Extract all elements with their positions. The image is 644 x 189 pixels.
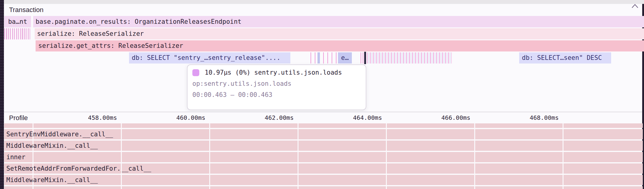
time-gridline	[209, 123, 210, 189]
frame-label: MiddlewareMixin.__call__	[4, 175, 643, 185]
tooltip-summary: 10.97μs (0%) sentry.utils.json.loads	[205, 69, 342, 76]
transaction-section-header[interactable]: Transaction	[4, 4, 642, 16]
span-bar-striped[interactable]	[4, 28, 30, 39]
flame-frame[interactable]: MiddlewareMixin.__call__	[4, 175, 643, 185]
flame-frame[interactable]: SentryEnvMiddleware.__call__	[4, 129, 643, 139]
flame-frame[interactable]: inner	[4, 152, 643, 162]
transaction-title: Transaction	[9, 4, 43, 16]
time-gridline	[298, 123, 298, 189]
time-axis-tick: 458.00ms	[78, 112, 117, 123]
frame-label: SetRemoteAddrFromForwardedFor.__call__	[4, 163, 643, 174]
time-axis-tick: 460.00ms	[166, 112, 205, 123]
time-gridline	[563, 123, 564, 189]
micro-span-ticks[interactable]	[367, 52, 452, 64]
profile-title: Profile	[9, 112, 28, 123]
tooltip-time-range: 00:00.463 — 00:00.463	[192, 91, 361, 98]
time-gridline	[33, 123, 33, 189]
frame-label: inner	[4, 152, 643, 162]
flame-frame-partial[interactable]	[4, 186, 643, 189]
flame-frame-partial[interactable]	[4, 123, 643, 128]
flame-frame[interactable]: MiddlewareMixin.__call__	[4, 141, 643, 151]
profiling-trace-view: Transaction ba…nt base.paginate.on_resul…	[0, 0, 644, 189]
time-axis-tick: 462.00ms	[254, 112, 294, 123]
micro-span-tick[interactable]	[361, 52, 361, 64]
span-bar-db-select-desc[interactable]: db: SELECT…seen" DESC	[519, 52, 611, 64]
flame-frame[interactable]: SetRemoteAddrFromForwardedFor.__call__	[4, 163, 643, 174]
span-bar-endpoint[interactable]: base.paginate.on_results: OrganizationRe…	[33, 16, 644, 27]
span-bar-get-attrs[interactable]: serialize.get_attrs: ReleaseSerializer	[36, 40, 644, 51]
time-gridline	[386, 123, 387, 189]
tooltip-op: op:sentry.utils.json.loads	[192, 80, 361, 87]
span-bar-db-select[interactable]: db: SELECT "sentry_…sentry_release"....	[129, 52, 290, 64]
selected-span-marker[interactable]	[364, 52, 366, 64]
micro-span-ticks[interactable]	[311, 52, 337, 64]
frame-label: MiddlewareMixin.__call__	[4, 141, 643, 151]
top-bar	[4, 0, 644, 4]
chevron-up-icon[interactable]	[632, 4, 638, 8]
micro-span-bar[interactable]	[317, 52, 320, 64]
time-gridline	[121, 123, 122, 189]
left-edge-panel	[0, 0, 4, 189]
span-color-swatch	[192, 69, 199, 76]
time-axis-tick: 464.00ms	[343, 112, 382, 123]
span-bar-serialize[interactable]: serialize: ReleaseSerializer	[35, 28, 644, 39]
span-tooltip: 10.97μs (0%) sentry.utils.json.loads op:…	[187, 64, 366, 110]
span-bar-truncated[interactable]: ba…nt	[4, 16, 31, 27]
micro-span-tick[interactable]	[363, 52, 363, 64]
time-axis-tick: 468.00ms	[519, 112, 559, 123]
span-bar-e-truncated[interactable]: e…	[338, 52, 352, 64]
frame-label: SentryEnvMiddleware.__call__	[4, 129, 643, 139]
time-gridline	[474, 123, 475, 189]
time-axis-tick: 466.00ms	[431, 112, 470, 123]
